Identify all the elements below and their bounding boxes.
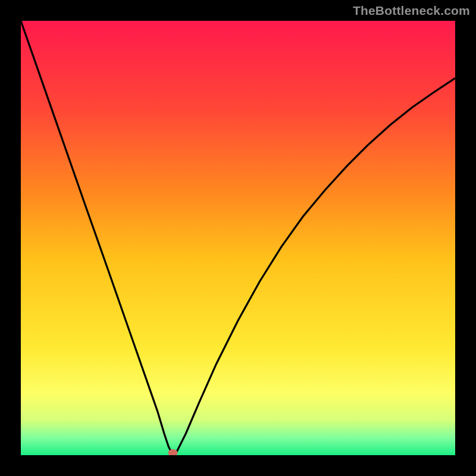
curve-layer	[21, 21, 455, 455]
chart-frame: TheBottleneck.com	[0, 0, 476, 476]
plot-area	[21, 21, 455, 455]
watermark-text: TheBottleneck.com	[353, 4, 470, 18]
bottleneck-curve	[21, 21, 455, 455]
